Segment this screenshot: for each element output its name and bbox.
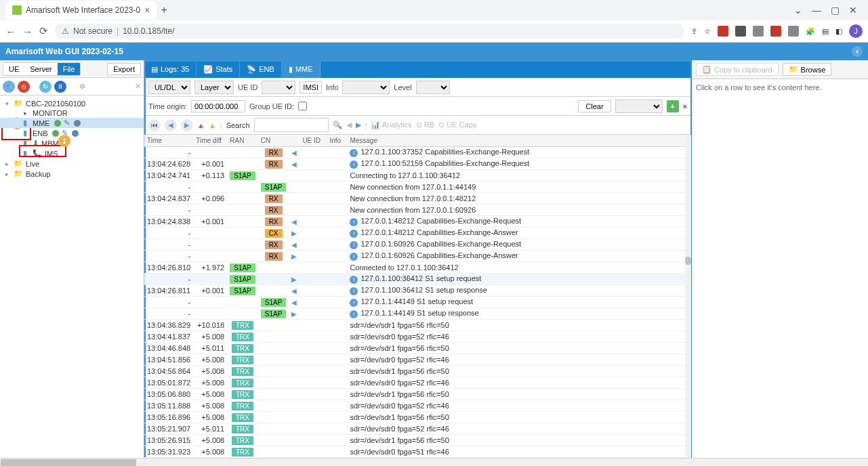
remove-filter-button[interactable]: ×: [683, 102, 687, 110]
table-row[interactable]: 13:04:46.848+5.011TRXsdr=/dev/sdr1 fpga=…: [144, 343, 691, 354]
nav-prev-icon[interactable]: ◀: [165, 119, 177, 131]
copy-button[interactable]: 📋 Copy to clipboard: [696, 63, 779, 76]
table-row[interactable]: 13:04:24.837+0.096RXNew connection from …: [144, 193, 691, 205]
tab-stats[interactable]: 📈 Stats: [197, 60, 240, 78]
profile-avatar[interactable]: J: [849, 24, 863, 38]
tree-monitor[interactable]: ▪ MONITOR: [0, 108, 144, 118]
stop-icon[interactable]: ⦸: [18, 81, 30, 93]
table-row[interactable]: -S1AP▶i127.0.1.100:36412 S1 setup reques…: [144, 274, 691, 285]
table-row[interactable]: -RX▶i127.0.0.1:60926 Capabilities-Exchan…: [144, 251, 691, 262]
horizontal-scrollbar[interactable]: [0, 458, 868, 466]
table-row[interactable]: 13:04:24.628+0.001RX◀i127.0.1.100:52159 …: [144, 158, 691, 170]
scrollbar[interactable]: [685, 135, 691, 466]
tab-mme[interactable]: ▮ MME: [282, 60, 321, 78]
table-row[interactable]: -CX▶i127.0.0.1:48212 Capabilities-Exchan…: [144, 228, 691, 239]
hscroll-thumb[interactable]: [1, 459, 136, 466]
search-prev-icon[interactable]: ◀: [346, 121, 352, 129]
uldl-select[interactable]: UL/DL: [148, 81, 190, 94]
nav-first-icon[interactable]: ⏮: [148, 119, 161, 131]
mode-file[interactable]: File: [58, 63, 81, 75]
info-select[interactable]: [342, 81, 390, 94]
tree-mme[interactable]: ▮ MME ✎: [0, 118, 144, 128]
tab-logs[interactable]: ▤ Logs: 35: [144, 60, 197, 78]
tab-enb[interactable]: 📡 ENB: [240, 60, 282, 78]
table-row[interactable]: 13:05:01.872+5.008TRXsdr=/dev/sdr0 fpga=…: [144, 377, 691, 389]
clear-button[interactable]: Clear: [578, 100, 611, 112]
browse-button[interactable]: 📁 Browse: [783, 63, 832, 76]
tree-root[interactable]: ▾📁 CBC-2021050100: [0, 98, 144, 108]
settings-icon[interactable]: ⚙: [76, 81, 88, 93]
tree-ims[interactable]: ▮ 📞 IMS: [0, 148, 144, 158]
close-icon[interactable]: ✕: [849, 5, 857, 16]
table-row[interactable]: 13:04:26.811+0.001S1AP◀i127.0.1.100:3641…: [144, 285, 691, 297]
table-row[interactable]: 13:04:24.838+0.001RX◀i127.0.0.1:48212 Ca…: [144, 216, 691, 228]
minimize-icon[interactable]: —: [812, 5, 821, 16]
table-row[interactable]: 13:05:06.880+5.008TRXsdr=/dev/sdr1 fpga=…: [144, 389, 691, 400]
tree-backup[interactable]: ▸📁 Backup: [0, 169, 144, 179]
warning-icon[interactable]: ▲: [209, 121, 216, 129]
table-row[interactable]: 13:05:11.888+5.008TRXsdr=/dev/sdr0 fpga=…: [144, 400, 691, 412]
table-row[interactable]: -S1APNew connection from 127.0.1.1:44149: [144, 182, 691, 193]
table-row[interactable]: 13:04:26.810+1.972S1APConnected to 127.0…: [144, 262, 691, 274]
browser-tab[interactable]: Amarisoft Web Interface 2023-0 ×: [5, 1, 157, 20]
error-icon[interactable]: ▲: [197, 121, 205, 129]
table-row[interactable]: 13:05:16.896+5.008TRXsdr=/dev/sdr1 fpga=…: [144, 412, 691, 423]
search-input[interactable]: [254, 118, 329, 132]
table-row[interactable]: 13:04:36.829+10.018TRXsdr=/dev/sdr1 fpga…: [144, 320, 691, 331]
table-row[interactable]: -S1AP▶i127.0.1.1:44149 S1 setup response: [144, 308, 691, 320]
binoculars-icon[interactable]: 🔍: [333, 121, 342, 129]
nav-next-icon[interactable]: ▶: [181, 119, 193, 131]
layer-select[interactable]: Layer: [194, 81, 234, 94]
rb-link[interactable]: ⊙ RB: [416, 121, 434, 129]
table-row[interactable]: -RXNew connection from 127.0.0.1:60926: [144, 205, 691, 216]
share-icon[interactable]: ⇪: [691, 27, 697, 36]
add-filter-button[interactable]: +: [667, 100, 679, 112]
col-diff[interactable]: Time diff: [193, 135, 227, 147]
col-ran[interactable]: RAN: [227, 135, 258, 147]
clear-icon[interactable]: ✕: [135, 82, 141, 91]
table-row[interactable]: 13:05:31.923+5.008TRXsdr=/dev/sdr0 fpga=…: [144, 446, 691, 458]
url-input[interactable]: ⚠ Not secure | 10.0.0.185/lte/: [55, 24, 684, 39]
preset-select[interactable]: [615, 100, 663, 113]
ext-icon[interactable]: [788, 26, 799, 37]
table-row[interactable]: 13:04:41.837+5.008TRXsdr=/dev/sdr0 fpga=…: [144, 331, 691, 343]
forward-button[interactable]: →: [22, 26, 33, 37]
maximize-icon[interactable]: ▢: [831, 5, 840, 16]
table-row[interactable]: -RX◀i127.0.0.1:60926 Capabilities-Exchan…: [144, 239, 691, 251]
log-table-wrap[interactable]: Time Time diff RAN CN UE ID Info Message…: [144, 135, 691, 466]
ueid-select[interactable]: [262, 81, 295, 94]
extensions-icon[interactable]: 🧩: [806, 27, 815, 36]
uecaps-link[interactable]: ⊙ UE Caps: [438, 121, 476, 129]
mode-ue[interactable]: UE: [3, 63, 24, 75]
table-row[interactable]: -S1AP◀i127.0.1.1:44149 S1 setup request: [144, 297, 691, 308]
level-select[interactable]: [416, 81, 450, 94]
imsi-button[interactable]: IMSI: [299, 81, 322, 93]
mode-server[interactable]: Server: [24, 63, 57, 75]
col-info[interactable]: Info: [327, 135, 347, 147]
reload-button[interactable]: ⟳: [39, 25, 48, 37]
tree-enb[interactable]: ▮ ENB ✎: [0, 128, 144, 138]
table-row[interactable]: 13:05:21.907+5.011TRXsdr=/dev/sdr0 fpga=…: [144, 423, 691, 435]
tree-live[interactable]: ▸📁 Live: [0, 158, 144, 169]
scroll-thumb[interactable]: [685, 257, 691, 265]
ext-icon[interactable]: [735, 26, 746, 37]
tree-mbms[interactable]: ▮ ⬇ MBMS: [0, 138, 144, 148]
side-panel-icon[interactable]: ◧: [835, 27, 842, 36]
connect-icon[interactable]: 🔧: [3, 81, 15, 93]
pause-icon[interactable]: ⏸: [54, 81, 66, 93]
group-ue-checkbox[interactable]: [298, 102, 307, 110]
ext-icon[interactable]: [753, 26, 764, 37]
star-icon[interactable]: ☆: [704, 27, 711, 36]
dropdown-icon[interactable]: ⌄: [794, 5, 802, 16]
ext-icon[interactable]: [770, 26, 781, 37]
search-next-icon[interactable]: ▶: [356, 121, 361, 129]
collapse-sidebar-icon[interactable]: ‹: [852, 46, 863, 57]
col-time[interactable]: Time: [144, 135, 193, 147]
col-message[interactable]: Message: [347, 135, 691, 147]
table-row[interactable]: -RX◀i127.0.1.100:37352 Capabilities-Exch…: [144, 147, 691, 158]
analytics-link[interactable]: 📊 Analytics: [371, 121, 411, 129]
table-row[interactable]: 13:04:56.864+5.008TRXsdr=/dev/sdr1 fpga=…: [144, 366, 691, 377]
refresh-icon[interactable]: ↻: [39, 81, 51, 93]
back-button[interactable]: ←: [5, 26, 16, 37]
new-tab-button[interactable]: +: [161, 4, 167, 16]
